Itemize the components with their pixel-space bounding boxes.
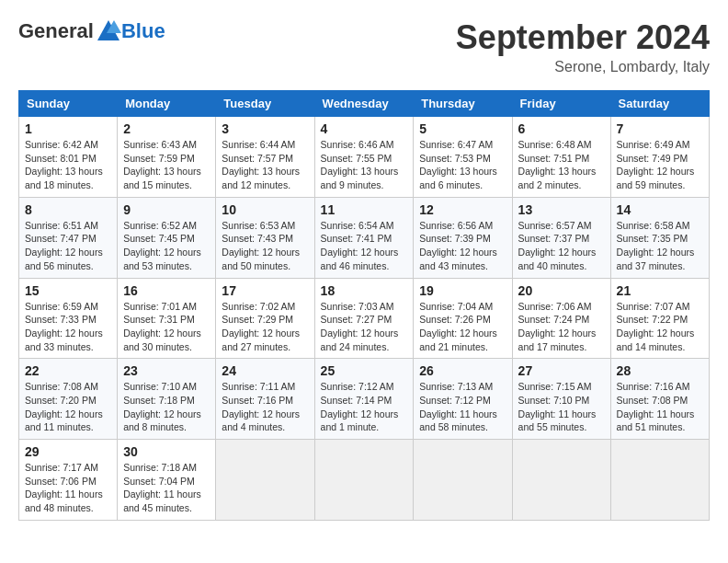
- day-info: Sunrise: 7:01 AMSunset: 7:31 PMDaylight:…: [123, 300, 210, 354]
- calendar-cell: 19Sunrise: 7:04 AMSunset: 7:26 PMDayligh…: [414, 278, 512, 359]
- day-info: Sunrise: 7:11 AMSunset: 7:16 PMDaylight:…: [222, 380, 308, 434]
- day-info: Sunrise: 7:12 AMSunset: 7:14 PMDaylight:…: [321, 380, 408, 434]
- day-number: 14: [617, 202, 703, 217]
- calendar-cell: 21Sunrise: 7:07 AMSunset: 7:22 PMDayligh…: [610, 278, 709, 359]
- day-info: Sunrise: 6:48 AMSunset: 7:51 PMDaylight:…: [518, 138, 605, 192]
- calendar-table: SundayMondayTuesdayWednesdayThursdayFrid…: [18, 90, 710, 521]
- day-number: 18: [321, 283, 408, 298]
- logo-blue: Blue: [121, 19, 165, 43]
- calendar-cell: 6Sunrise: 6:48 AMSunset: 7:51 PMDaylight…: [512, 117, 610, 198]
- day-info: Sunrise: 6:58 AMSunset: 7:35 PMDaylight:…: [617, 219, 703, 273]
- day-info: Sunrise: 6:53 AMSunset: 7:43 PMDaylight:…: [222, 219, 308, 273]
- calendar-header-sunday: Sunday: [19, 91, 118, 117]
- calendar-cell: 24Sunrise: 7:11 AMSunset: 7:16 PMDayligh…: [216, 359, 314, 440]
- calendar-header-monday: Monday: [118, 91, 216, 117]
- calendar-cell: 20Sunrise: 7:06 AMSunset: 7:24 PMDayligh…: [512, 278, 610, 359]
- calendar-cell: 4Sunrise: 6:46 AMSunset: 7:55 PMDaylight…: [314, 117, 414, 198]
- day-info: Sunrise: 7:15 AMSunset: 7:10 PMDaylight:…: [518, 380, 605, 434]
- day-info: Sunrise: 6:42 AMSunset: 8:01 PMDaylight:…: [25, 138, 111, 192]
- day-info: Sunrise: 7:06 AMSunset: 7:24 PMDaylight:…: [518, 300, 605, 354]
- title-block: September 2024 Serone, Lombardy, Italy: [456, 18, 710, 75]
- calendar-cell: 28Sunrise: 7:16 AMSunset: 7:08 PMDayligh…: [610, 359, 709, 440]
- day-info: Sunrise: 6:59 AMSunset: 7:33 PMDaylight:…: [25, 300, 111, 354]
- calendar-cell: [512, 440, 610, 521]
- day-number: 15: [25, 283, 111, 298]
- day-number: 23: [123, 363, 210, 378]
- day-number: 24: [222, 363, 308, 378]
- day-info: Sunrise: 6:56 AMSunset: 7:39 PMDaylight:…: [419, 219, 506, 273]
- day-info: Sunrise: 7:02 AMSunset: 7:29 PMDaylight:…: [222, 300, 308, 354]
- day-number: 12: [419, 202, 506, 217]
- calendar-cell: 8Sunrise: 6:51 AMSunset: 7:47 PMDaylight…: [19, 197, 118, 278]
- calendar-cell: 9Sunrise: 6:52 AMSunset: 7:45 PMDaylight…: [118, 197, 216, 278]
- calendar-header-friday: Friday: [512, 91, 610, 117]
- day-number: 28: [617, 363, 703, 378]
- calendar-cell: 15Sunrise: 6:59 AMSunset: 7:33 PMDayligh…: [19, 278, 118, 359]
- calendar-cell: 13Sunrise: 6:57 AMSunset: 7:37 PMDayligh…: [512, 197, 610, 278]
- calendar-cell: 30Sunrise: 7:18 AMSunset: 7:04 PMDayligh…: [118, 440, 216, 521]
- day-info: Sunrise: 6:54 AMSunset: 7:41 PMDaylight:…: [321, 219, 408, 273]
- calendar-cell: [414, 440, 512, 521]
- calendar-cell: 12Sunrise: 6:56 AMSunset: 7:39 PMDayligh…: [414, 197, 512, 278]
- day-info: Sunrise: 6:49 AMSunset: 7:49 PMDaylight:…: [617, 138, 703, 192]
- calendar-cell: 1Sunrise: 6:42 AMSunset: 8:01 PMDaylight…: [19, 117, 118, 198]
- calendar-cell: 2Sunrise: 6:43 AMSunset: 7:59 PMDaylight…: [118, 117, 216, 198]
- day-info: Sunrise: 7:08 AMSunset: 7:20 PMDaylight:…: [25, 380, 111, 434]
- calendar-week-1: 1Sunrise: 6:42 AMSunset: 8:01 PMDaylight…: [19, 117, 710, 198]
- day-number: 11: [321, 202, 408, 217]
- day-number: 8: [25, 202, 111, 217]
- calendar-cell: 3Sunrise: 6:44 AMSunset: 7:57 PMDaylight…: [216, 117, 314, 198]
- page-header: General Blue September 2024 Serone, Lomb…: [18, 18, 710, 75]
- calendar-header-saturday: Saturday: [610, 91, 709, 117]
- calendar-week-4: 22Sunrise: 7:08 AMSunset: 7:20 PMDayligh…: [19, 359, 710, 440]
- calendar-cell: 22Sunrise: 7:08 AMSunset: 7:20 PMDayligh…: [19, 359, 118, 440]
- calendar-cell: 26Sunrise: 7:13 AMSunset: 7:12 PMDayligh…: [414, 359, 512, 440]
- day-number: 19: [419, 283, 506, 298]
- day-info: Sunrise: 6:47 AMSunset: 7:53 PMDaylight:…: [419, 138, 506, 192]
- day-number: 5: [419, 121, 506, 136]
- calendar-cell: [216, 440, 314, 521]
- calendar-cell: 27Sunrise: 7:15 AMSunset: 7:10 PMDayligh…: [512, 359, 610, 440]
- day-number: 4: [321, 121, 408, 136]
- day-info: Sunrise: 7:10 AMSunset: 7:18 PMDaylight:…: [123, 380, 210, 434]
- day-info: Sunrise: 7:04 AMSunset: 7:26 PMDaylight:…: [419, 300, 506, 354]
- calendar-week-5: 29Sunrise: 7:17 AMSunset: 7:06 PMDayligh…: [19, 440, 710, 521]
- day-number: 6: [518, 121, 605, 136]
- day-info: Sunrise: 6:44 AMSunset: 7:57 PMDaylight:…: [222, 138, 308, 192]
- day-info: Sunrise: 7:17 AMSunset: 7:06 PMDaylight:…: [25, 461, 111, 515]
- day-number: 7: [617, 121, 703, 136]
- calendar-week-2: 8Sunrise: 6:51 AMSunset: 7:47 PMDaylight…: [19, 197, 710, 278]
- day-number: 2: [123, 121, 210, 136]
- calendar-cell: 5Sunrise: 6:47 AMSunset: 7:53 PMDaylight…: [414, 117, 512, 198]
- calendar-cell: [610, 440, 709, 521]
- calendar-cell: [314, 440, 414, 521]
- calendar-week-3: 15Sunrise: 6:59 AMSunset: 7:33 PMDayligh…: [19, 278, 710, 359]
- logo-general: General: [18, 19, 94, 43]
- day-number: 10: [222, 202, 308, 217]
- day-number: 17: [222, 283, 308, 298]
- calendar-cell: 16Sunrise: 7:01 AMSunset: 7:31 PMDayligh…: [118, 278, 216, 359]
- calendar-cell: 14Sunrise: 6:58 AMSunset: 7:35 PMDayligh…: [610, 197, 709, 278]
- day-info: Sunrise: 7:07 AMSunset: 7:22 PMDaylight:…: [617, 300, 703, 354]
- calendar-cell: 23Sunrise: 7:10 AMSunset: 7:18 PMDayligh…: [118, 359, 216, 440]
- day-number: 26: [419, 363, 506, 378]
- calendar-cell: 7Sunrise: 6:49 AMSunset: 7:49 PMDaylight…: [610, 117, 709, 198]
- calendar-header-row: SundayMondayTuesdayWednesdayThursdayFrid…: [19, 91, 710, 117]
- day-number: 9: [123, 202, 210, 217]
- day-info: Sunrise: 7:18 AMSunset: 7:04 PMDaylight:…: [123, 461, 210, 515]
- logo: General Blue: [18, 18, 165, 44]
- logo-icon: [96, 18, 121, 44]
- calendar-header-wednesday: Wednesday: [314, 91, 414, 117]
- calendar-cell: 11Sunrise: 6:54 AMSunset: 7:41 PMDayligh…: [314, 197, 414, 278]
- day-number: 27: [518, 363, 605, 378]
- day-number: 22: [25, 363, 111, 378]
- location: Serone, Lombardy, Italy: [456, 59, 710, 75]
- day-info: Sunrise: 6:51 AMSunset: 7:47 PMDaylight:…: [25, 219, 111, 273]
- calendar-cell: 10Sunrise: 6:53 AMSunset: 7:43 PMDayligh…: [216, 197, 314, 278]
- day-info: Sunrise: 6:46 AMSunset: 7:55 PMDaylight:…: [321, 138, 408, 192]
- day-number: 16: [123, 283, 210, 298]
- calendar-header-tuesday: Tuesday: [216, 91, 314, 117]
- day-number: 29: [25, 444, 111, 459]
- day-number: 20: [518, 283, 605, 298]
- day-info: Sunrise: 6:52 AMSunset: 7:45 PMDaylight:…: [123, 219, 210, 273]
